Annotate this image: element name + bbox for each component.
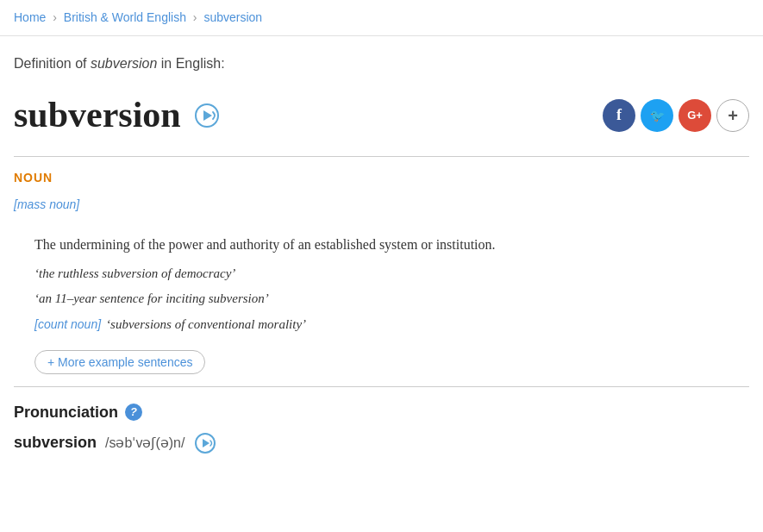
definition-block: The undermining of the power and authori… [0,235,763,386]
word-title: subversion [14,88,181,142]
pronunciation-section: Pronunciation ? subversion /səbˈvəʃ(ə)n/ [0,387,763,469]
definition-header: Definition of subversion in English: [0,36,763,83]
pronunciation-title: Pronunciation [14,401,118,424]
more-share-button[interactable]: + [716,99,749,132]
pronunciation-help-icon[interactable]: ? [125,404,142,421]
social-buttons: f 🐦 G+ + [603,99,749,132]
pos-label: NOUN [14,169,749,187]
count-noun-example: ‘subversions of conventional morality’ [106,315,306,335]
more-examples-button[interactable]: + More example sentences [34,350,205,374]
def-header-suffix: in English: [157,56,224,71]
twitter-icon: 🐦 [650,109,665,122]
twitter-button[interactable]: 🐦 [641,99,673,132]
audio-icon [195,103,219,128]
word-title-row: subversion f 🐦 G+ + [0,83,763,156]
breadcrumb-sep-1: › [53,10,57,24]
breadcrumb: Home › British & World English › subvers… [0,0,763,36]
audio-button[interactable] [191,100,222,131]
more-examples-label: + More example sentences [47,355,192,369]
pronunciation-audio-icon [195,433,216,454]
facebook-button[interactable]: f [603,99,635,132]
svg-marker-1 [203,110,212,121]
breadcrumb-sep-2: › [193,10,197,24]
word-title-left: subversion [14,88,222,142]
facebook-icon: f [616,106,622,124]
count-noun-label: [count noun] [34,316,101,334]
pronunciation-ipa: /səbˈvəʃ(ə)n/ [105,433,184,454]
mass-noun-label: [mass noun] [14,196,749,214]
example-2: ‘an 11–year sentence for inciting subver… [34,289,749,309]
pos-section: NOUN [mass noun] [0,157,763,235]
pronunciation-row: subversion /səbˈvəʃ(ə)n/ [14,431,749,455]
example-1: ‘the ruthless subversion of democracy’ [34,264,749,284]
breadcrumb-home[interactable]: Home [14,10,46,24]
def-header-prefix: Definition of [14,56,91,71]
pronunciation-title-row: Pronunciation ? [14,401,749,424]
breadcrumb-section[interactable]: British & World English [64,10,186,24]
definition-text: The undermining of the power and authori… [34,235,749,255]
more-icon: + [728,107,738,124]
pronunciation-audio-button[interactable] [193,431,217,455]
svg-marker-3 [203,439,210,448]
count-noun-row: [count noun] ‘subversions of conventiona… [34,315,749,335]
pronunciation-word: subversion [14,431,97,454]
breadcrumb-current: subversion [203,10,262,24]
def-header-word: subversion [91,56,157,71]
google-icon: G+ [687,109,703,122]
google-button[interactable]: G+ [679,99,711,132]
